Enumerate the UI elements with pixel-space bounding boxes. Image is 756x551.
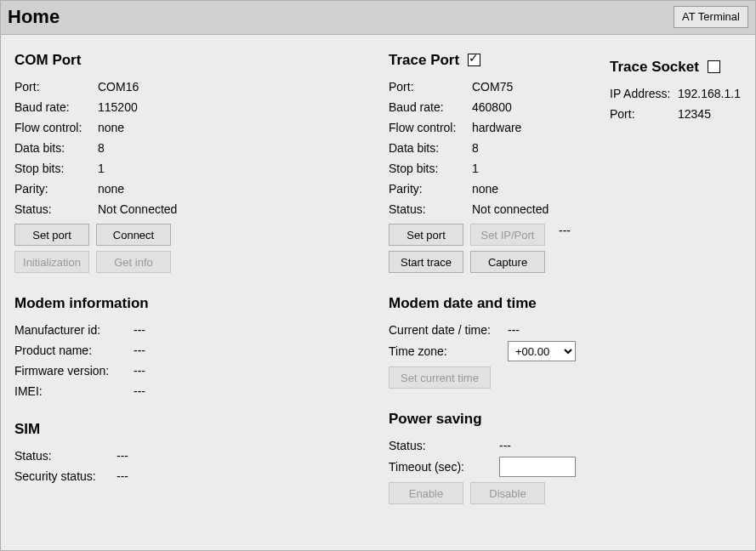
com-get-info-button: Get info — [96, 251, 171, 273]
sim-section: SIM Status:--- Security status:--- — [14, 414, 389, 487]
power-saving-section: Power saving Status:--- Timeout (sec): E… — [389, 404, 742, 508]
timezone-label: Time zone: — [389, 342, 508, 361]
trace-set-port-button[interactable]: Set port — [389, 224, 463, 246]
com-stopbits-value: 1 — [98, 159, 105, 178]
com-databits-value: 8 — [98, 139, 105, 157]
trace-socket-checkbox[interactable] — [708, 60, 720, 73]
timezone-select[interactable]: +00.00 — [508, 341, 576, 361]
com-port-heading: COM Port — [14, 52, 389, 69]
imei-value: --- — [134, 382, 145, 400]
trace-parity-value: none — [472, 179, 498, 198]
trace-databits-value: 8 — [472, 139, 479, 157]
com-stopbits-label: Stop bits: — [14, 159, 98, 178]
power-enable-button: Enable — [389, 482, 463, 504]
power-status-label: Status: — [389, 436, 499, 455]
sim-security-label: Security status: — [14, 467, 117, 486]
trace-port-checkbox[interactable] — [468, 54, 480, 66]
modem-info-section: Modem information Manufacturer id:--- Pr… — [14, 288, 389, 402]
socket-port-value: 12345 — [678, 105, 711, 123]
timeout-label: Timeout (sec): — [389, 457, 499, 476]
content: COM Port Port:COM16 Baud rate:115200 Flo… — [1, 35, 755, 550]
right-column: Trace Socket IP Address:192.168.1.1 Port… — [389, 45, 742, 543]
socket-ip-label: IP Address: — [610, 84, 678, 103]
home-window: Home AT Terminal COM Port Port:COM16 Bau… — [0, 0, 756, 551]
com-port-label: Port: — [14, 77, 98, 96]
com-port-value: COM16 — [98, 77, 139, 96]
com-initialization-button: Initialization — [14, 251, 89, 273]
modem-datetime-section: Modem date and time Current date / time:… — [389, 288, 742, 392]
com-parity-label: Parity: — [14, 179, 98, 198]
com-databits-label: Data bits: — [14, 139, 98, 157]
firmware-value: --- — [134, 361, 145, 380]
com-parity-value: none — [98, 179, 124, 198]
power-disable-button: Disable — [470, 482, 545, 504]
current-datetime-label: Current date / time: — [389, 321, 508, 339]
trace-baud-value: 460800 — [472, 98, 512, 116]
manuf-label: Manufacturer id: — [14, 321, 134, 339]
page-title: Home — [8, 6, 60, 28]
trace-port-label: Port: — [389, 77, 472, 96]
start-trace-button[interactable]: Start trace — [389, 251, 463, 273]
current-datetime-value: --- — [508, 321, 520, 339]
set-ip-port-button: Set IP/Port — [470, 224, 545, 246]
com-port-section: COM Port Port:COM16 Baud rate:115200 Flo… — [14, 45, 389, 276]
power-status-value: --- — [499, 436, 511, 455]
socket-port-label: Port: — [610, 105, 678, 123]
trace-socket-heading: Trace Socket — [610, 59, 699, 76]
trace-stopbits-label: Stop bits: — [389, 159, 472, 178]
com-set-port-button[interactable]: Set port — [14, 224, 89, 246]
manuf-value: --- — [134, 321, 145, 339]
set-current-time-button: Set current time — [389, 366, 491, 389]
com-status-value: Not Connected — [98, 200, 177, 219]
modem-info-heading: Modem information — [14, 295, 389, 312]
product-label: Product name: — [14, 341, 134, 360]
trace-flow-label: Flow control: — [389, 118, 472, 137]
trace-status-label: Status: — [389, 200, 472, 219]
sim-heading: SIM — [14, 421, 389, 438]
sim-status-label: Status: — [14, 446, 117, 465]
trace-status-value: Not connected — [472, 200, 549, 219]
capture-button[interactable]: Capture — [470, 251, 545, 273]
titlebar: Home AT Terminal — [1, 1, 755, 35]
trace-databits-label: Data bits: — [389, 139, 472, 157]
com-connect-button[interactable]: Connect — [96, 224, 171, 246]
trace-baud-label: Baud rate: — [389, 98, 472, 116]
trace-port-value: COM75 — [472, 77, 513, 96]
firmware-label: Firmware version: — [14, 361, 134, 380]
com-flow-label: Flow control: — [14, 118, 98, 137]
sim-status-value: --- — [117, 446, 128, 465]
power-saving-heading: Power saving — [389, 411, 742, 428]
product-value: --- — [134, 341, 145, 360]
sim-security-value: --- — [117, 467, 128, 486]
trace-parity-label: Parity: — [389, 179, 472, 198]
socket-ip-value: 192.168.1.1 — [678, 84, 741, 103]
imei-label: IMEI: — [14, 382, 134, 400]
modem-datetime-heading: Modem date and time — [389, 295, 742, 312]
com-flow-value: none — [98, 118, 124, 137]
left-column: COM Port Port:COM16 Baud rate:115200 Flo… — [14, 45, 389, 543]
com-status-label: Status: — [14, 200, 98, 219]
trace-port-heading: Trace Port — [389, 52, 459, 69]
trace-socket-section: Trace Socket IP Address:192.168.1.1 Port… — [610, 52, 741, 125]
com-baud-label: Baud rate: — [14, 98, 98, 116]
ip-port-dash: --- — [552, 224, 571, 246]
com-baud-value: 115200 — [98, 98, 138, 116]
at-terminal-button[interactable]: AT Terminal — [674, 6, 748, 28]
timeout-input[interactable] — [499, 457, 576, 477]
trace-stopbits-value: 1 — [472, 159, 479, 178]
trace-flow-value: hardware — [472, 118, 521, 137]
